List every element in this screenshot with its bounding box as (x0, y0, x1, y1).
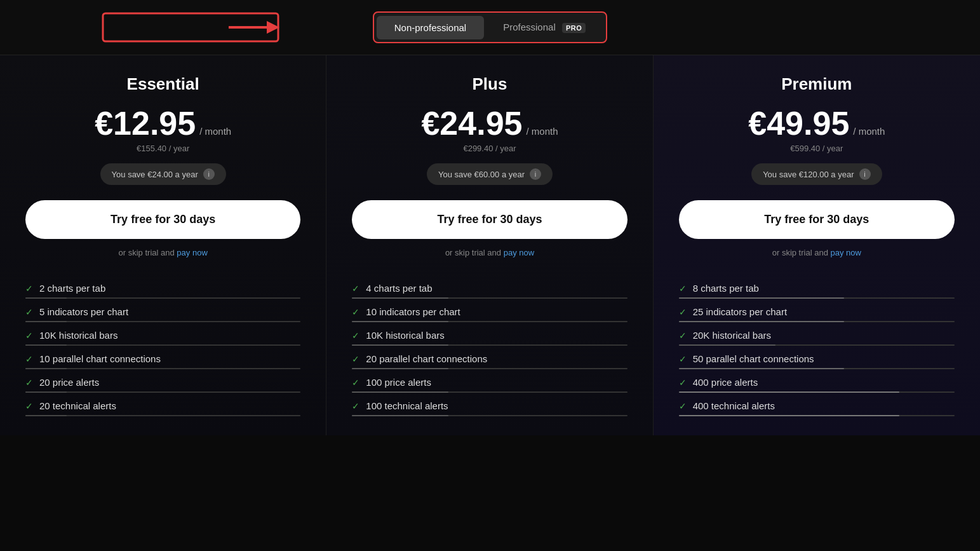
premium-info-icon[interactable]: i (859, 168, 871, 180)
list-item: ✓ 400 technical alerts (679, 393, 955, 416)
essential-skip-trial: or skip trial and pay now (25, 248, 300, 257)
non-professional-toggle-btn[interactable]: Non-professional (377, 16, 484, 39)
list-item: ✓ 25 indicators per chart (679, 299, 955, 322)
plus-yearly: €299.40 / year (352, 144, 627, 153)
check-icon: ✓ (25, 283, 33, 294)
check-icon: ✓ (352, 401, 359, 411)
essential-price: €12.95 (95, 107, 196, 140)
check-icon: ✓ (679, 307, 687, 317)
check-icon: ✓ (679, 401, 687, 411)
check-icon: ✓ (25, 378, 33, 388)
check-icon: ✓ (679, 283, 687, 294)
check-icon: ✓ (352, 354, 359, 364)
list-item: ✓ 4 charts per tab (352, 275, 627, 299)
feature-label: 2 charts per tab (39, 283, 105, 294)
plan-type-toggle[interactable]: Non-professional Professional PRO (373, 11, 607, 43)
plus-cta-button[interactable]: Try free for 30 days (352, 200, 627, 239)
premium-plan-name: Premium (679, 74, 955, 94)
plans-container: Essential €12.95 / month €155.40 / year … (0, 55, 980, 435)
list-item: ✓ 400 price alerts (679, 369, 955, 393)
list-item: ✓ 10 indicators per chart (352, 299, 627, 322)
check-icon: ✓ (352, 283, 359, 294)
premium-skip-trial: or skip trial and pay now (679, 248, 955, 257)
essential-cta-button[interactable]: Try free for 30 days (25, 200, 300, 239)
list-item: ✓ 50 parallel chart connections (679, 346, 955, 369)
check-icon: ✓ (25, 307, 33, 317)
check-icon: ✓ (679, 378, 687, 388)
list-item: ✓ 20 price alerts (25, 369, 300, 393)
feature-label: 20K historical bars (693, 330, 771, 341)
list-item: ✓ 100 technical alerts (352, 393, 627, 416)
check-icon: ✓ (352, 330, 359, 341)
feature-label: 10 indicators per chart (366, 306, 460, 317)
plus-info-icon[interactable]: i (530, 168, 541, 180)
list-item: ✓ 10K historical bars (352, 322, 627, 346)
premium-cta-button[interactable]: Try free for 30 days (679, 200, 955, 239)
feature-label: 20 parallel chart connections (366, 353, 487, 364)
essential-period: / month (199, 126, 231, 137)
check-icon: ✓ (25, 401, 33, 411)
feature-label: 50 parallel chart connections (693, 353, 814, 364)
feature-label: 5 indicators per chart (39, 306, 128, 317)
check-icon: ✓ (352, 378, 359, 388)
list-item: ✓ 8 charts per tab (679, 275, 955, 299)
arrow-indicator (102, 8, 279, 46)
essential-features: ✓ 2 charts per tab ✓ 5 indicators per ch… (25, 275, 300, 416)
list-item: ✓ 10K historical bars (25, 322, 300, 346)
premium-period: / month (853, 126, 885, 137)
essential-info-icon[interactable]: i (203, 168, 215, 180)
check-icon: ✓ (679, 354, 687, 364)
feature-label: 400 technical alerts (693, 400, 775, 411)
plan-plus: Plus €24.95 / month €299.40 / year You s… (326, 55, 653, 435)
premium-features: ✓ 8 charts per tab ✓ 25 indicators per c… (679, 275, 955, 416)
feature-label: 20 technical alerts (39, 400, 116, 411)
essential-yearly: €155.40 / year (25, 144, 300, 153)
feature-label: 25 indicators per chart (693, 306, 787, 317)
feature-label: 8 charts per tab (693, 283, 759, 294)
feature-label: 400 price alerts (693, 377, 758, 388)
premium-savings: You save €120.00 a year i (751, 163, 882, 185)
list-item: ✓ 20K historical bars (679, 322, 955, 346)
list-item: ✓ 10 parallel chart connections (25, 346, 300, 369)
plan-premium: Premium €49.95 / month €599.40 / year Yo… (654, 55, 980, 435)
premium-price-row: €49.95 / month (679, 107, 955, 140)
feature-label: 100 technical alerts (366, 400, 448, 411)
feature-label: 10K historical bars (366, 330, 444, 341)
header: Non-professional Professional PRO (0, 0, 980, 55)
premium-yearly: €599.40 / year (679, 144, 955, 153)
essential-pay-now-link[interactable]: pay now (177, 248, 207, 257)
feature-label: 10 parallel chart connections (39, 353, 161, 364)
plus-period: / month (527, 126, 558, 137)
plus-pay-now-link[interactable]: pay now (504, 248, 534, 257)
professional-toggle-btn[interactable]: Professional PRO (485, 15, 603, 39)
plus-price: €24.95 (421, 107, 522, 140)
check-icon: ✓ (352, 307, 359, 317)
list-item: ✓ 5 indicators per chart (25, 299, 300, 322)
list-item: ✓ 20 parallel chart connections (352, 346, 627, 369)
premium-pay-now-link[interactable]: pay now (831, 248, 861, 257)
plan-essential: Essential €12.95 / month €155.40 / year … (0, 55, 326, 435)
plus-skip-trial: or skip trial and pay now (352, 248, 627, 257)
list-item: ✓ 2 charts per tab (25, 275, 300, 299)
check-icon: ✓ (25, 330, 33, 341)
pro-badge: PRO (562, 23, 586, 33)
plus-plan-name: Plus (352, 74, 627, 94)
feature-label: 10K historical bars (39, 330, 117, 341)
list-item: ✓ 100 price alerts (352, 369, 627, 393)
list-item: ✓ 20 technical alerts (25, 393, 300, 416)
premium-price: €49.95 (748, 107, 849, 140)
plus-savings: You save €60.00 a year i (427, 163, 553, 185)
plus-features: ✓ 4 charts per tab ✓ 10 indicators per c… (352, 275, 627, 416)
essential-price-row: €12.95 / month (25, 107, 300, 140)
feature-label: 100 price alerts (366, 377, 431, 388)
feature-label: 20 price alerts (39, 377, 99, 388)
essential-savings: You save €24.00 a year i (100, 163, 226, 185)
check-icon: ✓ (679, 330, 687, 341)
check-icon: ✓ (25, 354, 33, 364)
feature-label: 4 charts per tab (366, 283, 432, 294)
essential-plan-name: Essential (25, 74, 300, 94)
plus-price-row: €24.95 / month (352, 107, 627, 140)
